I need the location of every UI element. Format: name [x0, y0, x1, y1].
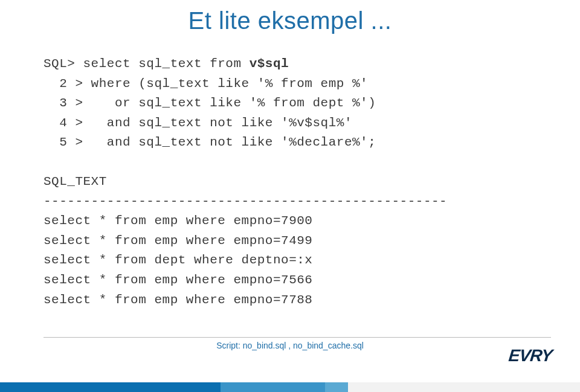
code-line: 3 > or sql_text like '% from dept %') [44, 94, 539, 114]
code-bold: v$sql [250, 57, 289, 71]
code-line: SQL> select sql_text from v$sql [44, 54, 539, 74]
footer-seg [221, 382, 325, 392]
result-row: select * from emp where empno=7499 [44, 231, 539, 251]
footer-strip [0, 382, 580, 392]
code-block: SQL> select sql_text from v$sql 2 > wher… [44, 54, 539, 310]
result-divider: ----------------------------------------… [44, 192, 539, 212]
slide: Et lite eksempel ... SQL> select sql_tex… [0, 0, 580, 392]
code-line: 2 > where (sql_text like '% from emp %' [44, 74, 539, 94]
result-row: select * from emp where empno=7566 [44, 271, 539, 291]
code-line [44, 153, 539, 173]
horizontal-rule [44, 337, 551, 338]
result-header: SQL_TEXT [44, 172, 539, 192]
slide-title: Et lite eksempel ... [0, 7, 580, 34]
result-row: select * from dept where deptno=:x [44, 251, 539, 271]
code-line: 4 > and sql_text not like '%v$sql%' [44, 114, 539, 133]
result-row: select * from emp where empno=7900 [44, 211, 539, 231]
code-line: 5 > and sql_text not like '%declare%'; [44, 133, 539, 153]
result-row: select * from emp where empno=7788 [44, 291, 539, 310]
footer-seg [348, 382, 580, 392]
code-text: SQL> select sql_text from [44, 57, 250, 71]
footer-seg [325, 382, 348, 392]
evry-logo: EVRY [508, 346, 553, 365]
footer-seg [0, 382, 221, 392]
script-note: Script: no_bind.sql , no_bind_cache.sql [0, 341, 580, 350]
